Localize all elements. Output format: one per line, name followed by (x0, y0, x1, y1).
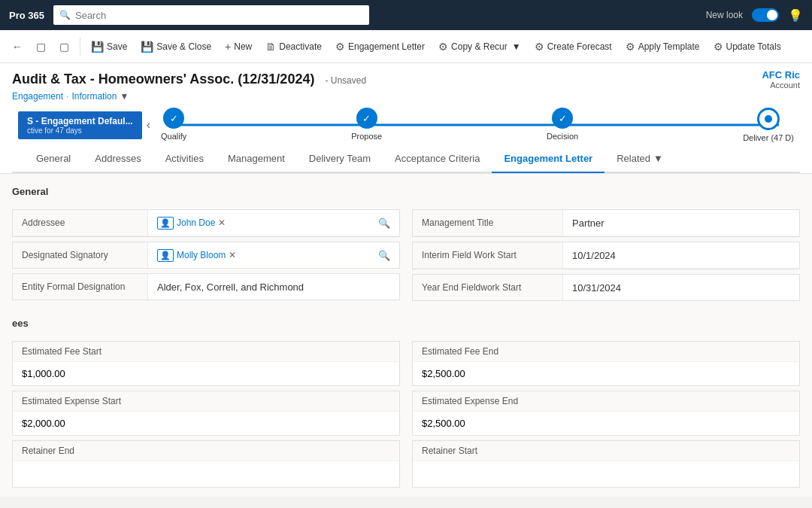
signatory-link[interactable]: Molly Bloom (177, 250, 226, 260)
entity-formal-value[interactable]: Alder, Fox, Correll, and Richmond (148, 274, 399, 300)
top-nav-right: New look 💡 (706, 8, 803, 23)
update-totals-icon: ⚙ (714, 41, 723, 53)
estimated-fee-end-value[interactable]: $2,500.00 (413, 362, 799, 385)
addressee-label: Addressee (13, 210, 148, 236)
lightbulb-icon[interactable]: 💡 (788, 8, 803, 23)
copy-recur-button[interactable]: ⚙ Copy & Recur ▼ (432, 38, 527, 56)
record-title: Audit & Tax - Homeowners' Assoc. (12/31/… (12, 71, 314, 87)
interim-field-value[interactable]: 10/1/2024 (563, 242, 799, 268)
engagement-letter-button[interactable]: ⚙ Engagement Letter (329, 38, 431, 56)
retainer-start-label: Retainer Start (413, 441, 799, 461)
management-title-label: Management Title (413, 210, 563, 236)
save-label: Save (107, 41, 127, 52)
apply-template-icon: ⚙ (626, 41, 635, 53)
create-forecast-label: Create Forecast (547, 41, 612, 52)
search-icon: 🔍 (59, 10, 71, 20)
stage-track: ✓ Qualify ✓ Propose ✓ Decision Deliver (… (155, 108, 800, 142)
breadcrumb-engagement[interactable]: Engagement (12, 91, 63, 102)
new-icon: + (225, 41, 231, 53)
year-end-field-label: Year End Fieldwork Start (413, 275, 563, 300)
back-button[interactable]: ← (6, 38, 29, 56)
estimated-fee-start-value[interactable]: $1,000.00 (13, 362, 399, 385)
tab-acceptance-criteria[interactable]: Acceptance Criteria (383, 145, 492, 173)
stage-qualify-circle: ✓ (163, 108, 184, 129)
entity-formal-label: Entity Formal Designation (13, 274, 148, 300)
right-form-col: Management Title Partner Interim Field W… (412, 209, 800, 306)
search-box[interactable]: 🔍 (53, 5, 369, 25)
signatory-remove-icon[interactable]: ✕ (229, 250, 236, 260)
tab-general[interactable]: General (24, 145, 83, 173)
addressee-link[interactable]: John Doe (177, 217, 215, 228)
designated-signatory-value: 👤 Molly Bloom ✕ 🔍 (148, 242, 399, 268)
tab-management[interactable]: Management (216, 145, 297, 173)
deactivate-button[interactable]: 🗎 Deactivate (259, 38, 328, 56)
unsaved-badge: - Unsaved (325, 75, 366, 86)
stage-decision: ✓ Decision (547, 108, 578, 142)
save-close-button[interactable]: 💾 Save & Close (135, 38, 217, 56)
breadcrumb: Engagement · Information ▼ (12, 91, 800, 102)
copy-recur-icon: ⚙ (438, 41, 448, 53)
apply-template-button[interactable]: ⚙ Apply Template (620, 38, 706, 56)
retainer-end-value[interactable] (13, 461, 399, 487)
tab-related-label: Related (617, 153, 650, 164)
update-totals-button[interactable]: ⚙ Update Totals (707, 38, 787, 56)
stage-prev-button[interactable]: ‹ (142, 118, 155, 132)
save-button[interactable]: 💾 Save (85, 38, 133, 56)
estimated-expense-end-value[interactable]: $2,500.00 (413, 412, 799, 435)
year-end-field-value[interactable]: 10/31/2024 (563, 275, 799, 300)
expand-icon: ▢ (36, 41, 46, 53)
tab-related[interactable]: Related ▼ (604, 145, 675, 173)
estimated-fee-start-label: Estimated Fee Start (13, 342, 399, 362)
engagement-letter-icon: ⚙ (335, 41, 345, 53)
copy-recur-dropdown-icon[interactable]: ▼ (512, 41, 521, 52)
stage-qualify: ✓ Qualify (161, 108, 186, 142)
addressee-search-icon[interactable]: 🔍 (378, 217, 390, 229)
app-title: Pro 365 (9, 10, 44, 21)
new-button[interactable]: + New (219, 38, 258, 56)
progress-area: S - Engagement Defaul... ctive for 47 da… (12, 102, 800, 142)
addressee-remove-icon[interactable]: ✕ (218, 217, 226, 228)
resize-button[interactable]: ▢ (53, 38, 75, 56)
record-title-row: Audit & Tax - Homeowners' Assoc. (12/31/… (12, 69, 800, 90)
estimated-expense-start-value[interactable]: $2,000.00 (13, 412, 399, 435)
stage-decision-circle: ✓ (552, 108, 573, 129)
expand-button[interactable]: ▢ (30, 38, 52, 56)
tab-activities[interactable]: Activities (153, 145, 216, 173)
toolbar-divider-1 (80, 38, 80, 56)
new-look-toggle[interactable] (752, 8, 779, 22)
back-icon: ← (12, 41, 23, 53)
stage-propose-label: Propose (351, 132, 382, 141)
signatory-search-icon[interactable]: 🔍 (378, 250, 390, 261)
side-stage-sub: ctive for 47 days (27, 126, 133, 135)
side-stage-panel: S - Engagement Defaul... ctive for 47 da… (18, 111, 142, 139)
right-fees-col: Estimated Fee End $2,500.00 Estimated Ex… (412, 341, 800, 492)
breadcrumb-dropdown-icon[interactable]: ▼ (120, 91, 129, 102)
tab-delivery-team[interactable]: Delivery Team (297, 145, 383, 173)
search-input[interactable] (75, 10, 363, 21)
tab-engagement-letter[interactable]: Engagement Letter (492, 145, 604, 173)
deactivate-icon: 🗎 (265, 41, 276, 53)
management-title-value[interactable]: Partner (563, 210, 799, 236)
left-fees-col: Estimated Fee Start $1,000.00 Estimated … (12, 341, 400, 492)
breadcrumb-information[interactable]: Information (71, 91, 117, 102)
left-form-col: Addressee 👤 John Doe ✕ 🔍 Designated Sign… (12, 209, 400, 306)
addressee-person-icon: 👤 (157, 217, 174, 230)
fees-section: ees Estimated Fee Start $1,000.00 Estima… (12, 318, 800, 492)
update-totals-label: Update Totals (726, 41, 781, 52)
stage-propose: ✓ Propose (351, 108, 382, 142)
create-forecast-button[interactable]: ⚙ Create Forecast (529, 38, 618, 56)
interim-field-label: Interim Field Work Start (413, 242, 563, 268)
record-header: Audit & Tax - Homeowners' Assoc. (12/31/… (0, 63, 812, 174)
estimated-fee-end-label: Estimated Fee End (413, 342, 799, 362)
account-link[interactable]: AFC Ric (762, 69, 800, 81)
tab-addresses[interactable]: Addresses (83, 145, 153, 173)
tab-related-dropdown-icon[interactable]: ▼ (653, 153, 663, 164)
retainer-start-value[interactable] (413, 461, 799, 487)
create-forecast-icon: ⚙ (535, 41, 544, 53)
resize-icon: ▢ (59, 41, 69, 53)
toolbar: ← ▢ ▢ 💾 Save 💾 Save & Close + New 🗎 Deac… (0, 30, 812, 63)
engagement-letter-label: Engagement Letter (348, 41, 425, 52)
stage-deliver-label: Deliver (47 D) (743, 133, 794, 142)
designated-signatory-label: Designated Signatory (13, 242, 148, 268)
deactivate-label: Deactivate (279, 41, 322, 52)
